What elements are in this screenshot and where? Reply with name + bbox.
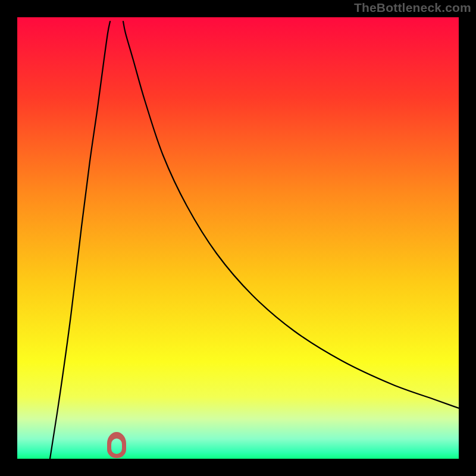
plot-area bbox=[17, 17, 459, 459]
watermark-text: TheBottleneck.com bbox=[354, 1, 471, 15]
chart-frame: TheBottleneck.com bbox=[0, 0, 476, 476]
gradient-background bbox=[17, 17, 459, 459]
chart-svg bbox=[17, 17, 459, 459]
